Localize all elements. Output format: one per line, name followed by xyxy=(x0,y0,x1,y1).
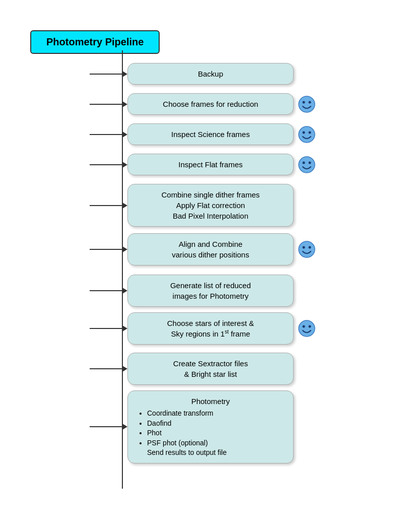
step-box-backup[interactable]: Backup xyxy=(127,63,294,85)
smiley-icon xyxy=(298,240,316,258)
arrow-tip xyxy=(122,131,127,138)
step-box-choose-stars[interactable]: Choose stars of interest &Sky regions in… xyxy=(127,312,294,345)
list-item: PSF phot (optional)Send results to outpu… xyxy=(147,438,283,458)
svg-point-14 xyxy=(309,325,311,328)
svg-point-8 xyxy=(309,161,311,164)
svg-point-10 xyxy=(303,246,305,249)
step-box-generate-list[interactable]: Generate list of reducedimages for Photo… xyxy=(127,275,294,307)
step-row-photometry[interactable]: PhotometryCoordinate transformDaofindPho… xyxy=(90,390,294,463)
list-item: Coordinate transform xyxy=(147,409,283,419)
svg-point-1 xyxy=(303,101,305,103)
arrow-tip xyxy=(122,162,127,168)
h-connector xyxy=(90,368,123,369)
step-row-align-combine[interactable]: Align and Combinevarious dither position… xyxy=(90,233,316,265)
pipeline-title: Photometry Pipeline xyxy=(30,30,160,54)
h-connector xyxy=(90,249,123,250)
step-row-backup[interactable]: Backup xyxy=(90,63,294,85)
step-box-title: Photometry xyxy=(138,396,283,407)
svg-point-2 xyxy=(309,101,311,103)
step-box-create-sextractor[interactable]: Create Sextractor files& Bright star lis… xyxy=(127,353,294,385)
smiley-icon xyxy=(298,319,316,338)
step-row-inspect-flat[interactable]: Inspect Flat frames xyxy=(90,154,316,175)
h-connector xyxy=(90,290,123,291)
arrow-tip xyxy=(122,288,127,294)
arrow-tip xyxy=(122,71,127,77)
step-row-choose-frames[interactable]: Choose frames for reduction xyxy=(90,93,316,115)
h-connector xyxy=(90,104,123,105)
smiley-icon xyxy=(298,156,316,174)
page: Photometry Pipeline BackupChoose frames … xyxy=(0,0,411,532)
step-box-inspect-science[interactable]: Inspect Science frames xyxy=(127,123,294,145)
step-box-combine-single[interactable]: Combine single dither framesApply Flat c… xyxy=(127,184,294,227)
step-box-inspect-flat[interactable]: Inspect Flat frames xyxy=(127,154,294,175)
h-connector xyxy=(90,74,123,75)
h-connector xyxy=(90,426,123,427)
svg-point-6 xyxy=(299,157,315,173)
step-row-inspect-science[interactable]: Inspect Science frames xyxy=(90,123,316,145)
list-item: Phot xyxy=(147,428,283,438)
step-row-combine-single[interactable]: Combine single dither framesApply Flat c… xyxy=(90,184,294,227)
step-row-choose-stars[interactable]: Choose stars of interest &Sky regions in… xyxy=(90,312,316,345)
svg-point-4 xyxy=(303,131,305,134)
list-item: Daofind xyxy=(147,419,283,429)
svg-point-0 xyxy=(299,96,315,112)
step-box-choose-frames[interactable]: Choose frames for reduction xyxy=(127,93,294,115)
svg-point-12 xyxy=(299,320,315,337)
arrow-tip xyxy=(122,424,127,430)
smiley-icon xyxy=(298,95,316,113)
superscript: st xyxy=(225,329,229,335)
svg-point-3 xyxy=(299,126,315,143)
h-connector xyxy=(90,205,123,206)
svg-point-5 xyxy=(309,131,311,134)
arrow-tip xyxy=(122,203,127,209)
arrow-tip xyxy=(122,101,127,107)
step-row-generate-list[interactable]: Generate list of reducedimages for Photo… xyxy=(90,275,294,307)
step-box-photometry[interactable]: PhotometryCoordinate transformDaofindPho… xyxy=(127,390,294,463)
step-box-list: Coordinate transformDaofindPhotPSF phot … xyxy=(138,409,283,458)
h-connector xyxy=(90,328,123,329)
step-box-align-combine[interactable]: Align and Combinevarious dither position… xyxy=(127,233,294,265)
svg-point-11 xyxy=(309,246,311,249)
arrow-tip xyxy=(122,325,127,331)
arrow-tip xyxy=(122,246,127,252)
smiley-icon xyxy=(298,125,316,144)
h-connector xyxy=(90,134,123,135)
arrow-tip xyxy=(122,366,127,372)
svg-point-7 xyxy=(303,161,305,164)
step-row-create-sextractor[interactable]: Create Sextractor files& Bright star lis… xyxy=(90,353,294,385)
svg-point-13 xyxy=(303,325,305,328)
h-connector xyxy=(90,164,123,165)
svg-point-9 xyxy=(299,241,315,257)
